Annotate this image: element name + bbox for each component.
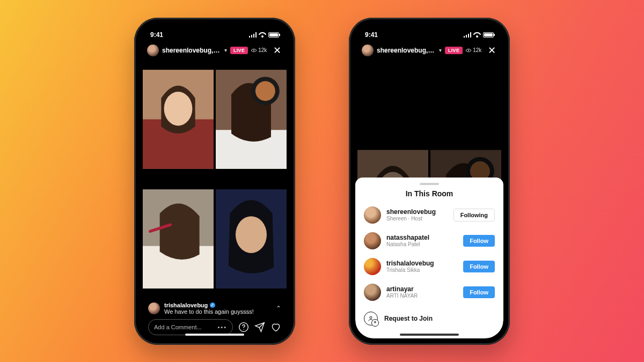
request-join-icon (364, 312, 378, 326)
screen: 9:41 shereenlovebug, n… ▾ LIVE 12k ✕ (355, 24, 503, 338)
member-row: trishalalovebug Trishala Sikka Follow (355, 254, 503, 279)
live-header: shereenlovebug, n… ▾ LIVE 12k ✕ (141, 42, 289, 61)
sheet-title: In This Room (355, 189, 503, 198)
member-row: shereenlovebug Shereen · Host Following (355, 202, 503, 228)
battery-icon (268, 32, 279, 38)
home-indicator[interactable] (400, 334, 459, 336)
member-subtitle: Trishala Sikka (386, 267, 434, 273)
host-username[interactable]: shereenlovebug, n… (162, 47, 221, 54)
status-icons (464, 32, 494, 38)
screen: 9:41 shereenlovebug, n… ▾ LIVE 12k ✕ (141, 24, 289, 338)
live-badge: LIVE (445, 47, 463, 54)
comment-placeholder: Add a Comment... (154, 324, 202, 330)
home-indicator[interactable] (185, 334, 244, 336)
eye-icon (251, 49, 257, 52)
video-grid (141, 61, 289, 298)
signal-icon (249, 32, 257, 38)
status-time: 9:41 (150, 31, 163, 39)
host-username[interactable]: shereenlovebug, n… (377, 47, 436, 54)
sheet-grabber[interactable] (420, 183, 439, 185)
host-avatar[interactable] (147, 45, 159, 56)
svg-point-17 (243, 329, 244, 329)
chevron-down-icon[interactable]: ▾ (224, 47, 227, 53)
member-username[interactable]: trishalalovebug (386, 260, 434, 267)
comment-text: We have to do this again guyssss! (164, 308, 254, 315)
video-tile-2[interactable] (216, 61, 287, 178)
commenter-avatar[interactable] (148, 302, 160, 314)
member-row: artinayar ARTI NAYAR Follow (355, 279, 503, 305)
comment-input[interactable]: Add a Comment... ••• (148, 319, 233, 335)
notch (180, 24, 250, 37)
signal-icon (464, 32, 471, 38)
share-icon[interactable] (254, 322, 265, 333)
notch (394, 24, 464, 37)
close-button[interactable]: ✕ (272, 45, 282, 56)
wifi-icon (259, 32, 266, 38)
follow-button[interactable]: Follow (463, 235, 495, 247)
verified-icon: ✓ (210, 302, 215, 308)
request-label: Request to Join (384, 315, 433, 322)
follow-button[interactable]: Follow (463, 286, 495, 298)
member-subtitle: ARTI NAYAR (386, 293, 418, 299)
member-subtitle: Natasha Patel (386, 241, 429, 247)
member-avatar[interactable] (364, 284, 381, 301)
question-icon[interactable] (238, 322, 249, 333)
video-tile-3[interactable] (143, 180, 214, 298)
live-header: shereenlovebug, n… ▾ LIVE 12k ✕ (355, 42, 503, 61)
video-tile-4[interactable] (216, 180, 287, 298)
member-avatar[interactable] (364, 258, 381, 275)
phone-right: 9:41 shereenlovebug, n… ▾ LIVE 12k ✕ (349, 18, 510, 345)
latest-comment: trishalalovebug ✓ We have to do this aga… (141, 298, 289, 316)
host-avatar[interactable] (362, 45, 374, 56)
member-username[interactable]: shereenlovebug (386, 208, 436, 216)
viewer-count[interactable]: 12k (466, 47, 481, 53)
chevron-down-icon[interactable]: ▾ (439, 47, 442, 53)
member-username[interactable]: artinayar (386, 285, 418, 293)
eye-icon (466, 49, 471, 52)
request-to-join[interactable]: Request to Join (355, 305, 503, 328)
video-tile-1[interactable] (143, 61, 214, 178)
collapse-comments-icon[interactable]: ⌃ (276, 305, 281, 312)
wifi-icon (473, 32, 481, 38)
comment-username[interactable]: trishalalovebug ✓ (164, 302, 254, 308)
more-icon[interactable]: ••• (217, 324, 227, 330)
following-button[interactable]: Following (453, 209, 495, 221)
member-avatar[interactable] (364, 232, 381, 249)
member-avatar[interactable] (364, 206, 381, 224)
svg-point-18 (370, 316, 372, 319)
live-badge: LIVE (230, 47, 248, 54)
member-username[interactable]: natasshapatel (386, 234, 429, 241)
viewer-count[interactable]: 12k (251, 47, 267, 53)
member-row: natasshapatel Natasha Patel Follow (355, 228, 503, 254)
status-icons (249, 32, 279, 38)
phone-left: 9:41 shereenlovebug, n… ▾ LIVE 12k ✕ (134, 18, 295, 345)
room-sheet: In This Room shereenlovebug Shereen · Ho… (355, 178, 503, 338)
member-subtitle: Shereen · Host (386, 216, 436, 221)
heart-icon[interactable] (270, 322, 281, 333)
follow-button[interactable]: Follow (463, 261, 495, 272)
status-time: 9:41 (365, 31, 378, 39)
battery-icon (483, 32, 494, 38)
close-button[interactable]: ✕ (487, 45, 497, 56)
